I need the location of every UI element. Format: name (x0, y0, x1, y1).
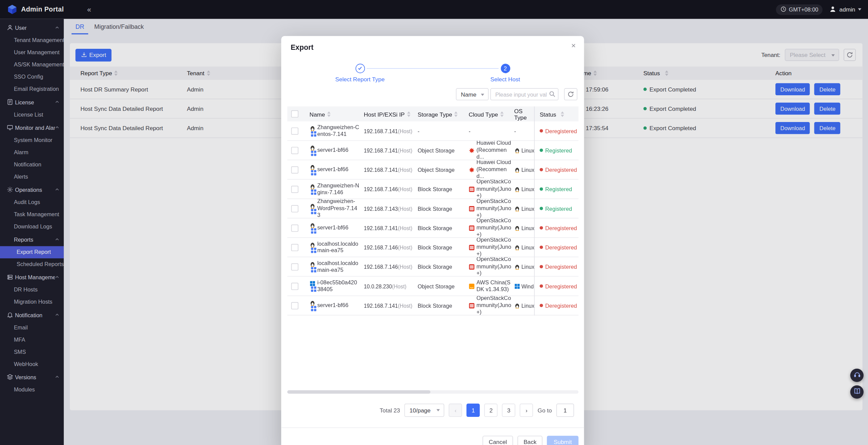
os-type-cell: Windows (512, 277, 534, 296)
host-status-cell: Deregistered (534, 219, 578, 238)
status-label: Deregistered (545, 167, 577, 173)
select-all-checkbox[interactable] (291, 110, 298, 118)
row-checkbox[interactable] (291, 127, 298, 134)
checkbox-cell (287, 257, 304, 276)
host-ip-cell: 10.0.28.230(Host) (359, 277, 413, 296)
handbook-fab[interactable] (850, 385, 864, 399)
check-icon (357, 65, 362, 72)
filter-field-select[interactable]: Name (456, 88, 489, 100)
row-checkbox[interactable] (291, 224, 298, 231)
cloud-type: OpenStackCommunity(Juno+) (476, 257, 512, 276)
storage-type-cell: - (413, 121, 464, 140)
host-status-cell: Deregistered (534, 257, 578, 276)
column-host-ip[interactable]: Host IP/EXSi IP (359, 106, 413, 121)
sort-icon[interactable] (454, 111, 458, 117)
cloud-type-cell: OpenStackCommunity(Juno+) (464, 180, 512, 199)
page-1-button[interactable]: 1 (467, 404, 480, 417)
page-prev-button[interactable]: ‹ (449, 404, 462, 417)
goto-page-input[interactable] (556, 404, 574, 417)
host-ip-kind: (Host) (398, 244, 412, 250)
cluster-icon (311, 305, 317, 311)
checkbox-cell (287, 121, 304, 140)
host-ip: 192.168.7.146 (364, 186, 398, 192)
submit-button[interactable]: Submit (547, 436, 578, 445)
sort-icon[interactable] (560, 111, 564, 117)
host-name: server1-bf66 (317, 166, 349, 173)
host-row: server1-bf66192.168.7.141(Host)Object St… (287, 160, 578, 180)
step-select-host[interactable]: 2 Select Host (472, 64, 538, 83)
row-checkbox[interactable] (291, 282, 298, 289)
host-row: Zhangweizhen-Nginx-7.146192.168.7.146(Ho… (287, 180, 578, 199)
openstack-icon (469, 205, 475, 211)
row-checkbox[interactable] (291, 302, 298, 309)
horizontal-scrollbar[interactable] (287, 390, 578, 394)
status-label: Deregistered (545, 244, 577, 250)
host-name-cell: server1-bf66 (304, 296, 359, 315)
dialog-refresh-button[interactable] (564, 88, 577, 100)
linux-icon (514, 167, 520, 173)
cloud-type-cell: Huawei Cloud (Recommend... (464, 160, 512, 179)
column-os-type[interactable]: OS Type (512, 106, 534, 121)
os-type: Linux (521, 147, 534, 153)
host-icons (310, 222, 316, 234)
row-checkbox[interactable] (291, 166, 298, 173)
status-dot (540, 168, 543, 171)
row-checkbox[interactable] (291, 147, 298, 154)
openstack-icon (469, 302, 475, 308)
page-size-select[interactable]: 10/page (405, 404, 445, 417)
linux-icon (310, 183, 316, 189)
back-button[interactable]: Back (517, 436, 542, 445)
host-ip: 192.168.7.143 (364, 205, 398, 211)
cloud-type-cell: OpenStackCommunity(Juno+) (464, 296, 512, 315)
checkbox-cell (287, 277, 304, 296)
column-host-status[interactable]: Status (534, 106, 578, 121)
linux-icon (514, 302, 520, 308)
cluster-icon (311, 247, 317, 253)
cluster-icon (311, 189, 317, 195)
status-dot (540, 148, 543, 152)
host-name-cell: Zhangweizhen-WordPress-7.143 (304, 199, 359, 218)
page-3-button[interactable]: 3 (502, 404, 515, 417)
close-icon[interactable]: × (569, 41, 578, 50)
host-ip: 192.168.7.141 (364, 167, 398, 173)
cluster-icon (311, 150, 317, 156)
host-name: localhost.localdomain-ea75 (317, 260, 359, 274)
checkbox-cell (287, 141, 304, 160)
os-type: Linux (521, 186, 534, 192)
scrollbar-thumb[interactable] (287, 390, 430, 394)
column-cloud-type[interactable]: Cloud Type (464, 106, 512, 121)
host-name-cell: localhost.localdomain-ea75 (304, 257, 359, 276)
assistant-fab[interactable] (850, 369, 864, 382)
cloud-type-cell: OpenStackCommunity(Juno+) (464, 199, 512, 218)
host-table: Name Host IP/EXSi IP Storage Type Cloud … (287, 106, 578, 316)
host-ip-cell: 192.168.7.146(Host) (359, 238, 413, 257)
huawei-icon (469, 147, 475, 153)
status-dot (540, 304, 543, 307)
caret-down-icon (437, 409, 440, 411)
cloud-type-cell: OpenStackCommunity(Juno+) (464, 219, 512, 238)
sort-icon[interactable] (327, 111, 331, 117)
cancel-button[interactable]: Cancel (483, 436, 513, 445)
row-checkbox[interactable] (291, 263, 298, 270)
search-icon[interactable] (549, 90, 556, 98)
step-select-report-type[interactable]: Select Report Type (327, 64, 393, 83)
page-2-button[interactable]: 2 (485, 404, 498, 417)
sort-icon[interactable] (500, 111, 504, 117)
page-next-button[interactable]: › (520, 404, 533, 417)
column-name[interactable]: Name (304, 106, 359, 121)
linux-icon (514, 147, 520, 153)
cloud-type: AWS China(SDK v1.34.93) (476, 279, 512, 293)
filter-field-value: Name (461, 91, 476, 98)
openstack-icon (469, 225, 475, 231)
row-checkbox[interactable] (291, 205, 298, 212)
sort-icon[interactable] (407, 111, 410, 117)
row-checkbox[interactable] (291, 185, 298, 193)
host-name: Zhangweizhen-Nginx-7.146 (317, 182, 359, 196)
row-checkbox[interactable] (291, 244, 298, 251)
host-icons (310, 183, 316, 195)
checkbox-cell (287, 296, 304, 315)
column-storage-type[interactable]: Storage Type (413, 106, 464, 121)
application-window: Admin Portal « GMT+08:00 admin UserTenan… (0, 0, 868, 445)
os-type-cell: Linux (512, 238, 534, 257)
windows-icon (310, 280, 316, 286)
